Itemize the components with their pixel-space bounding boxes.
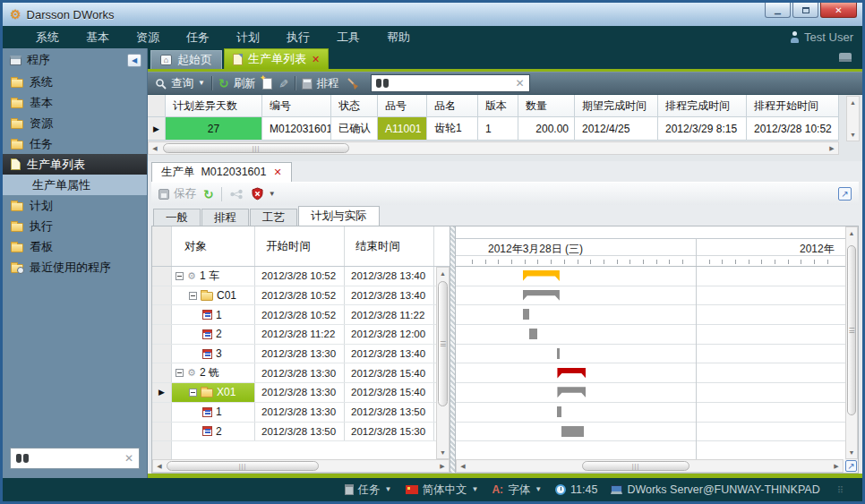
sidebar-item[interactable]: 基本 (3, 92, 147, 113)
tree-object-cell[interactable]: X01 (172, 383, 255, 402)
refresh-icon[interactable]: ↻ (203, 188, 214, 201)
clean-button[interactable] (346, 77, 359, 90)
grid-v-scrollbar[interactable]: ▲ ▼ (846, 96, 860, 141)
tree-h-scrollbar[interactable]: ◀ ||| ▶ (152, 459, 450, 473)
tree-expander-icon[interactable] (176, 272, 184, 280)
sidebar-item[interactable]: 生产单列表 (3, 154, 147, 175)
tree-object-cell[interactable]: 1 (172, 305, 255, 324)
tree-row[interactable]: C012012/3/28 10:522012/3/28 13:40 (152, 286, 436, 306)
open-in-window-icon[interactable]: ↗ (838, 187, 852, 201)
splitter-handle[interactable] (450, 226, 456, 473)
scroll-thumb[interactable]: ||| (582, 461, 689, 471)
menu-item[interactable]: 任务 (173, 30, 223, 46)
grid-cell[interactable]: A11001 (378, 117, 427, 141)
grid-header-cell[interactable]: 版本 (478, 95, 518, 117)
grid-header-cell[interactable]: 编号 (262, 95, 331, 117)
tree-object-cell[interactable]: 2 (172, 423, 255, 441)
grid-header-cell[interactable]: 计划差异天数 (166, 95, 262, 117)
tab-home[interactable]: ⌂ 起始页 (150, 50, 222, 69)
refresh-button[interactable]: ↻ 刷新 (218, 76, 256, 91)
grid-header-cell[interactable]: 期望完成时间 (575, 95, 658, 117)
status-font-menu[interactable]: A: 字体 ▼ (492, 483, 542, 498)
sidebar-item[interactable]: 最近使用的程序 (3, 257, 147, 278)
tree-object-cell[interactable]: ⚙2 铣 (172, 363, 255, 382)
menu-item[interactable]: 工具 (323, 30, 373, 46)
sidebar-item[interactable]: 执行 (3, 216, 147, 236)
grid-cell[interactable]: 27 (166, 117, 262, 141)
scroll-thumb[interactable]: ☰ (847, 245, 856, 415)
scroll-thumb[interactable]: ||| (163, 143, 349, 153)
status-language-menu[interactable]: 简体中文 ▼ (406, 483, 479, 498)
subtab-item[interactable]: 工艺 (250, 209, 297, 226)
edit-button[interactable]: ✎ (278, 77, 288, 90)
scroll-up-icon[interactable]: ▲ (846, 227, 857, 239)
pin-panel-icon[interactable] (839, 53, 852, 62)
tree-expander-icon[interactable] (189, 292, 197, 300)
status-task-menu[interactable]: 任务 ▼ (345, 483, 392, 498)
tree-object-cell[interactable]: 2 (172, 325, 255, 344)
tree-header-cell[interactable]: 开始时间 (255, 226, 345, 266)
document-tab[interactable]: 生产单 M012031601 ✕ (151, 162, 292, 182)
grid-header-cell[interactable]: 排程完成时间 (658, 95, 747, 117)
scroll-down-icon[interactable]: ▼ (847, 129, 859, 141)
sidebar-item[interactable]: 看板 (3, 236, 147, 257)
tree-v-scrollbar[interactable]: ▲ ☰ ▼ (436, 267, 450, 459)
tree-object-cell[interactable]: 3 (172, 345, 255, 363)
menu-item[interactable]: 系统 (22, 30, 73, 46)
subtab-active[interactable]: 计划与实际 (298, 206, 380, 226)
save-button[interactable]: 保存 (158, 186, 196, 201)
grid-cell[interactable]: 2012/4/25 (575, 117, 658, 141)
clear-search-icon[interactable]: ✕ (124, 452, 133, 465)
clear-search-icon[interactable]: ✕ (516, 77, 525, 90)
tree-row[interactable]: 32012/3/28 13:302012/3/28 13:40 (152, 345, 436, 364)
scroll-right-icon[interactable]: ▶ (826, 142, 838, 154)
grid-header-cell[interactable]: 排程开始时间 (747, 95, 839, 117)
grid-cell[interactable]: 齿轮1 (427, 117, 478, 141)
grid-header-cell[interactable]: 品号 (378, 95, 427, 117)
menu-item[interactable]: 帮助 (373, 30, 424, 46)
new-button[interactable] (262, 78, 272, 90)
tree-header-cell[interactable]: 对象 (152, 226, 255, 266)
sidebar-item[interactable]: 生产单属性 (3, 175, 147, 195)
tree-row[interactable]: X012012/3/28 13:302012/3/28 15:40 (152, 383, 436, 403)
scroll-thumb[interactable]: ||| (167, 461, 319, 471)
open-in-window-icon[interactable]: ↗ (845, 460, 857, 472)
tree-row[interactable]: 12012/3/28 10:522012/3/28 11:22 (152, 305, 436, 325)
grid-header-cell[interactable]: 数量 (518, 95, 575, 117)
tree-row[interactable]: ⚙1 车2012/3/28 10:522012/3/28 13:40 (152, 267, 436, 286)
grid-header-cell[interactable]: 品名 (427, 95, 478, 117)
sidebar-item[interactable]: 任务 (3, 133, 147, 154)
menu-item[interactable]: 执行 (273, 30, 323, 46)
gantt-task-bar[interactable] (557, 406, 561, 417)
gantt-task-bar[interactable] (523, 309, 529, 320)
scroll-left-icon[interactable]: ◀ (457, 460, 469, 472)
validate-button[interactable]: ▼ (251, 187, 276, 201)
tree-object-cell[interactable]: ⚙1 车 (172, 267, 255, 286)
collapse-sidebar-button[interactable]: ◀ (127, 54, 141, 67)
scroll-right-icon[interactable]: ▶ (830, 460, 843, 472)
grid-cell[interactable]: 1 (478, 117, 518, 141)
tree-expander-icon[interactable] (189, 389, 197, 397)
scroll-up-icon[interactable]: ▲ (437, 268, 449, 279)
close-document-icon[interactable]: ✕ (273, 167, 281, 178)
close-tab-icon[interactable]: ✕ (312, 54, 320, 65)
gantt-expand-corner[interactable]: ↗ (844, 459, 858, 473)
scroll-thumb[interactable]: ☰ (438, 281, 448, 406)
tree-object-cell[interactable]: C01 (172, 286, 255, 305)
subtab-item[interactable]: 一般 (153, 209, 201, 226)
sidebar-search-input[interactable] (34, 451, 119, 466)
scroll-down-icon[interactable]: ▼ (846, 447, 857, 458)
menu-item[interactable]: 资源 (123, 30, 173, 46)
tree-row[interactable]: 22012/3/28 13:502012/3/28 15:30 (152, 423, 436, 442)
minimize-button[interactable]: ▁ (765, 3, 791, 18)
toolbar-search-box[interactable]: ✕ (371, 74, 530, 92)
gantt-task-bar[interactable] (561, 426, 584, 437)
grid-cell[interactable]: 2012/3/29 8:15 (658, 117, 747, 141)
grid-header-cell[interactable]: 状态 (331, 95, 378, 117)
grid-data-row[interactable]: ▶27M012031601已确认A11001齿轮11200.002012/4/2… (148, 117, 839, 141)
schedule-button[interactable]: 排程 (302, 76, 339, 91)
gantt-h-scrollbar[interactable]: ◀ ||| ▶ (456, 459, 844, 473)
sidebar-item[interactable]: 资源 (3, 113, 147, 133)
menu-item[interactable]: 基本 (73, 30, 123, 46)
scroll-left-icon[interactable]: ◀ (149, 142, 161, 154)
